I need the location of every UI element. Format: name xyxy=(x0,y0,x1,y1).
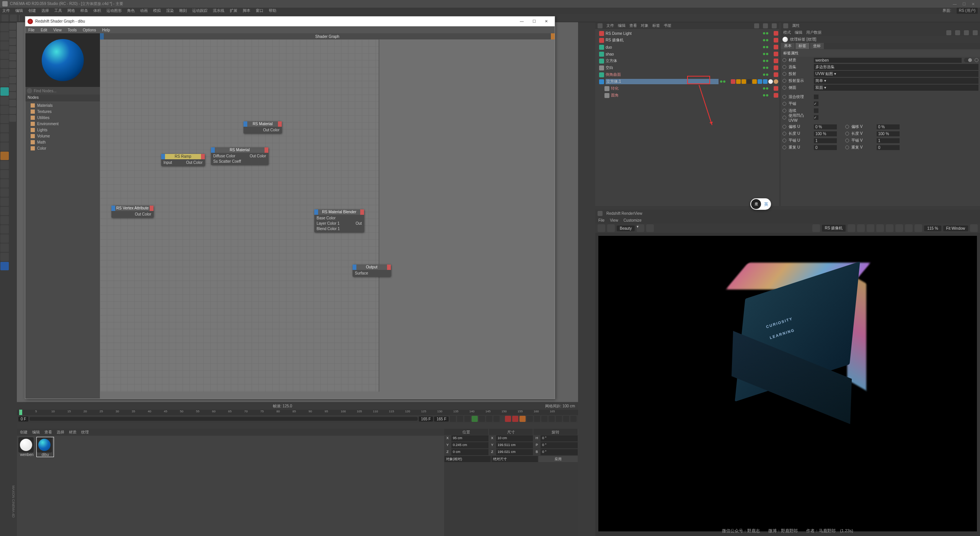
node-material-blender[interactable]: RS Material Blender Base Color Layer Col… xyxy=(314,209,364,232)
object-tags[interactable] xyxy=(774,86,778,91)
tool-10-icon[interactable] xyxy=(0,262,9,270)
object-tags[interactable] xyxy=(731,79,778,84)
menu-icon[interactable] xyxy=(973,30,978,35)
object-row[interactable]: 空白 xyxy=(596,64,778,71)
tool-6-icon[interactable] xyxy=(0,225,9,234)
anim-ring-icon[interactable] xyxy=(782,79,786,83)
freeze-icon[interactable] xyxy=(905,224,913,232)
attr-tab[interactable]: 基本 xyxy=(781,43,795,49)
size-z-field[interactable]: 199.021 cm xyxy=(496,449,533,455)
close-button[interactable]: ✕ xyxy=(969,2,978,6)
up-icon[interactable] xyxy=(964,30,969,35)
node-rs-material-1[interactable]: RS Material Out Color xyxy=(243,121,282,134)
sg-canvas[interactable]: Shader Graph RS Vertex Attribute Out Col… xyxy=(100,33,555,399)
anim-ring-icon[interactable] xyxy=(782,65,786,69)
start-frame-field[interactable]: 0 F xyxy=(18,417,28,422)
menu-item[interactable]: 编辑 xyxy=(15,8,23,13)
mode-poly-icon[interactable] xyxy=(9,46,16,53)
node-vertex-attribute[interactable]: RS Vertex Attribute Out Color xyxy=(111,206,154,218)
tool-1-icon[interactable] xyxy=(0,179,9,188)
undo-icon[interactable] xyxy=(2,15,8,21)
object-tags[interactable] xyxy=(774,45,778,49)
tool-5-icon[interactable] xyxy=(0,216,9,224)
camera-select[interactable]: RS 摄像机 xyxy=(822,225,846,232)
play-icon[interactable] xyxy=(472,416,478,422)
attr-value-field[interactable]: 双面 ▾ xyxy=(814,85,978,91)
object-row[interactable]: 立方体 xyxy=(596,57,778,64)
tool-8-icon[interactable] xyxy=(0,243,9,252)
anim-ring-icon[interactable] xyxy=(782,86,786,90)
mode-7-icon[interactable] xyxy=(9,77,16,83)
attr-num-field[interactable]: 100 % xyxy=(814,131,837,136)
menu-item[interactable]: 渲染 xyxy=(166,8,174,13)
view-icon[interactable] xyxy=(772,23,777,28)
sg-menu-item[interactable]: Help xyxy=(102,28,110,32)
keyframe-icon[interactable] xyxy=(519,416,526,422)
sg-category[interactable]: Utilities xyxy=(26,114,99,121)
rot-h-field[interactable]: 0 ° xyxy=(541,435,578,441)
node-output[interactable]: Output Surface xyxy=(353,265,391,277)
range-slider[interactable] xyxy=(29,417,417,421)
tool-7-icon[interactable] xyxy=(0,234,9,243)
layout-selector[interactable]: RS (用户) xyxy=(957,8,978,14)
attr-num-field[interactable]: 0 % xyxy=(877,124,900,129)
attr-menu-item[interactable]: 模式 xyxy=(783,30,791,35)
sg-menu-item[interactable]: Edit xyxy=(41,28,47,32)
prev-key-icon[interactable] xyxy=(457,416,463,422)
anim-ring-icon[interactable] xyxy=(782,139,786,142)
visibility-dots[interactable] xyxy=(720,80,725,83)
attr-num-field[interactable]: 100 % xyxy=(877,131,900,136)
prev-icon[interactable] xyxy=(946,30,951,35)
object-row[interactable]: RS Dome Light xyxy=(596,30,778,37)
mat-menu-item[interactable]: 查看 xyxy=(44,430,52,435)
pos-z-field[interactable]: 0 cm xyxy=(451,449,488,455)
lock-icon[interactable] xyxy=(848,224,855,232)
mat-menu-item[interactable]: 材质 xyxy=(69,430,77,435)
node-rs-ramp[interactable]: RS Ramp InputOut Color xyxy=(161,154,205,166)
pos-y-field[interactable]: 0.245 cm xyxy=(451,442,488,448)
attr-checkbox[interactable] xyxy=(814,95,818,99)
circle-icon[interactable] xyxy=(876,224,884,232)
node-rs-material-2[interactable]: RS Material Diffuse ColorOut Color Ss Sc… xyxy=(211,147,268,165)
sg-category[interactable]: Materials xyxy=(26,102,99,108)
tool-9-icon[interactable] xyxy=(0,253,9,261)
object-tags[interactable] xyxy=(774,31,778,36)
menu-item[interactable]: 流水线 xyxy=(213,8,224,13)
render-loop-icon[interactable] xyxy=(607,224,615,232)
mat-menu-item[interactable]: 编辑 xyxy=(32,430,40,435)
next-key-icon[interactable] xyxy=(486,416,492,422)
anim-ring-icon[interactable] xyxy=(782,145,786,149)
menu-item[interactable]: 模拟 xyxy=(153,8,161,13)
sg-category[interactable]: Color xyxy=(26,145,99,151)
search-icon[interactable] xyxy=(754,23,759,28)
visibility-dots[interactable] xyxy=(763,74,768,76)
attr-checkbox[interactable] xyxy=(814,108,818,113)
sg-category[interactable]: Math xyxy=(26,139,99,145)
region-icon[interactable] xyxy=(886,224,893,232)
object-tree[interactable]: RS Dome LightRS 摄像机duoshao立方体空白倒角曲面立方体.1… xyxy=(595,29,779,100)
deformer-icon[interactable] xyxy=(0,115,9,123)
rs-menu-item[interactable]: View xyxy=(610,218,618,222)
coord-apply-button[interactable]: 应用 xyxy=(539,456,578,462)
menu-item[interactable]: 运动图形 xyxy=(106,8,122,13)
menu-item[interactable]: 选择 xyxy=(41,8,49,13)
key-opts6-icon[interactable] xyxy=(563,416,569,422)
rot-b-field[interactable]: 0 ° xyxy=(541,449,578,455)
sg-category[interactable]: Lights xyxy=(26,127,99,133)
om-menu-item[interactable]: 编辑 xyxy=(618,23,626,28)
object-tags[interactable] xyxy=(774,38,778,42)
move-icon[interactable] xyxy=(812,224,820,232)
object-tags[interactable] xyxy=(774,93,778,98)
spline-icon[interactable] xyxy=(0,96,9,105)
sg-category[interactable]: Environment xyxy=(26,121,99,127)
visibility-dots[interactable] xyxy=(763,67,768,69)
object-tags[interactable] xyxy=(774,52,778,56)
object-row[interactable]: shao xyxy=(596,51,778,57)
attr-num-field[interactable]: 0 xyxy=(814,145,837,150)
grid-icon[interactable] xyxy=(857,224,865,232)
environment-icon[interactable] xyxy=(0,124,9,132)
link-ring-icon[interactable] xyxy=(975,58,978,62)
attr-tab[interactable]: 标签 xyxy=(795,43,809,49)
om-menu-item[interactable]: 标签 xyxy=(652,23,660,28)
om-menu-item[interactable]: 对象 xyxy=(641,23,648,28)
